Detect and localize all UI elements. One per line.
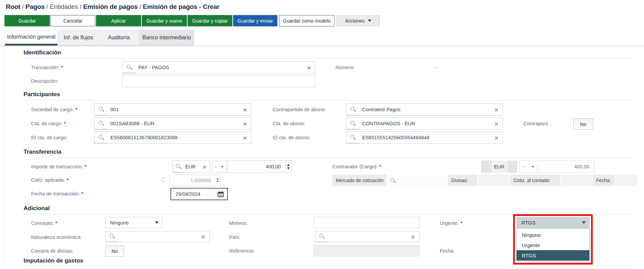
importe-currency-input[interactable]: EUR × [173,161,210,173]
id-cta-cargo-input[interactable]: ES5600815136790001823088 × [94,131,251,144]
breadcrumb-entidades[interactable]: Entidades [50,3,78,10]
urgente-option-rtgs[interactable]: RTGS [517,250,589,260]
contravalor-amount-input[interactable]: 400,00 [538,161,594,173]
importe-amount-stepper[interactable] [285,161,291,172]
calendar-icon[interactable] [218,191,224,197]
urgente-select[interactable]: RTGS [516,217,590,228]
required-marker: * [379,164,381,169]
breadcrumb-separator: / [20,3,25,10]
contraparti-toggle[interactable]: No [573,118,593,130]
required-marker: * [67,177,69,183]
mercado-cotizacion-label: Mercado de cotización [332,175,387,186]
clear-icon[interactable]: × [239,120,251,127]
refresh-icon[interactable] [161,177,166,182]
urgente-option-urgente[interactable]: Urgente [517,240,589,250]
section-transferencia: Transferencia [24,149,61,155]
cta-abono-value: CONTRAPAGOS - EUR [359,121,415,126]
save-and-copy-label: Guardar y copiar [192,18,228,24]
compra-divisas-toggle[interactable]: No [105,245,124,257]
tab-auditoria-label: Auditoría [108,35,130,41]
cotiz-aplicada-label: Cotiz. aplicada:* [31,177,69,183]
transaccion-input[interactable]: PAY - PAGOS × [122,61,315,74]
cancel-button[interactable]: Cancelar [51,15,95,26]
clear-icon[interactable]: × [407,233,419,240]
payment-creation-screen: Root/Pagos/Entidades/Emisión de pagos/Em… [0,0,644,269]
breadcrumb-emision-de-pagos[interactable]: Emisión de pagos [83,3,138,10]
section-divider [24,157,634,158]
clear-icon[interactable]: × [239,106,251,113]
required-marker: * [55,220,57,226]
chevron-down-icon [155,221,159,224]
tab-informacion-general[interactable]: Información general [5,30,58,46]
concepto-value: Ninguno [106,220,128,226]
cancel-button-label: Cancelar [63,18,82,24]
save-button[interactable]: Guardar [4,15,50,26]
tab-auditoria[interactable]: Auditoría [99,30,139,46]
contravalor-label: Contravalor (Cargo):* [332,164,381,169]
cta-cargo-input[interactable]: 001SAB3088 - EUR × [94,117,251,130]
sociedad-cargo-label: Sociedad de cargo:* [31,107,78,112]
descripcion-input[interactable] [122,75,315,87]
clear-icon[interactable]: × [197,233,209,240]
step-up-icon[interactable] [287,164,290,166]
fecha-transaccion-label-text: Fecha de transacción: [31,191,80,196]
search-icon [346,132,359,143]
mercado-cotizacion-input[interactable] [387,175,448,186]
urgente-label: Urgente:* [440,220,462,226]
breadcrumb-root[interactable]: Root [6,3,20,10]
sociedad-cargo-input[interactable]: 001 × [94,103,251,116]
divisas-value [478,175,510,186]
contravalor-currency-field: EUR [481,161,517,173]
section-divider [24,100,634,100]
urgente-label-text: Urgente: [440,220,459,226]
naturaleza-economica-input[interactable]: × [105,231,210,242]
fecha-strip-value [615,175,638,186]
urgente-option-ninguno[interactable]: Ninguno [517,230,589,240]
id-cta-cargo-value: ES5600815136790001823088 [108,135,178,140]
contravalor-sign-select[interactable]: - [519,161,537,173]
clear-icon[interactable]: × [200,163,210,170]
section-imputacion-de-gastos: Imputación de gastos [24,257,83,264]
naturaleza-economica-label: Naturaleza económica: [31,234,82,240]
descripcion-label: Descripción: [31,78,58,84]
step-up-icon[interactable] [217,178,219,180]
search-icon [95,118,108,129]
contravalor-currency-value: EUR [491,161,508,173]
save-as-template-button[interactable]: Guardar como modelo [279,15,334,26]
step-down-icon[interactable] [287,167,290,169]
concepto-select[interactable]: Ninguno [105,217,162,228]
pais-label: País: [229,234,241,240]
clear-icon[interactable]: × [490,106,503,113]
id-cta-abono-input[interactable]: ES6515551425605554484848 × [346,131,503,144]
save-and-new-button[interactable]: Guardar y nuevo [142,15,187,26]
cotiz-stepper[interactable] [215,175,220,186]
cotiz-aplicada-input[interactable]: 1,000000 [169,175,221,186]
clear-icon[interactable]: × [239,134,251,141]
actions-button[interactable]: Acciones [337,15,380,26]
importe-sign-select[interactable]: - [212,161,226,173]
save-and-send-button[interactable]: Guardar y enviar [233,15,277,26]
clear-icon[interactable]: × [490,134,503,141]
clear-icon[interactable]: × [303,64,315,71]
divisas-label: Divisas: [448,175,478,186]
tab-inf-de-flujos[interactable]: Inf. de flujos [58,30,98,46]
pais-input[interactable]: × [315,231,420,242]
contraparti-label: Contraparti... [523,121,552,126]
breadcrumb-pagos[interactable]: Pagos [26,3,45,10]
save-and-copy-button[interactable]: Guardar y copiar [188,15,232,26]
cta-abono-input[interactable]: CONTRAPAGOS - EUR × [346,117,503,130]
clear-icon[interactable]: × [490,120,503,127]
required-marker: * [76,107,78,112]
step-down-icon[interactable] [217,181,219,183]
fecha-transaccion-input[interactable]: 29/04/2024 [170,188,228,200]
apply-button-label: Aplicar [111,18,126,24]
tab-banco-intermediario[interactable]: Banco intermediario [139,30,194,46]
compra-divisas-label: Compra de divisas: [31,248,73,254]
cta-cargo-value: 001SAB3088 - EUR [108,121,154,126]
breadcrumb-separator: / [78,3,83,10]
apply-button[interactable]: Aplicar [96,15,141,26]
motivos-input[interactable] [314,217,420,228]
contrapartida-abono-input[interactable]: Contratest Pagos × [346,103,503,116]
importe-amount-input[interactable]: 400,00 [228,161,292,173]
section-divider [24,266,634,267]
